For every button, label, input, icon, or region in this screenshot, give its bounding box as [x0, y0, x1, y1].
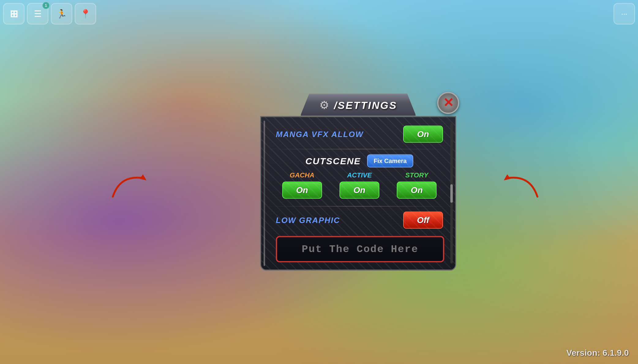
close-button[interactable]: ✕	[437, 92, 459, 114]
right-arrow-annotation	[494, 165, 549, 203]
title-tab: ⚙ /SETTINGS	[300, 94, 416, 117]
active-toggle[interactable]: On	[340, 182, 379, 199]
gacha-toggle[interactable]: On	[282, 182, 322, 199]
gacha-label: GACHA	[290, 171, 314, 179]
story-toggle[interactable]: On	[397, 182, 437, 199]
left-arrow-annotation	[101, 165, 156, 203]
manga-vfx-row: MANGA VFX ALLOW On	[267, 122, 449, 147]
close-icon: ✕	[443, 96, 454, 109]
cutscene-section: CUTSCENE Fix Camera GACHA On ACTIVE On S…	[267, 151, 449, 204]
cutscene-buttons: GACHA On ACTIVE On STORY On	[276, 171, 443, 199]
version-text: Version: 6.1.9.0	[566, 348, 629, 358]
low-graphic-toggle[interactable]: Off	[403, 212, 443, 229]
low-graphic-row: LOW GRAPHIC Off	[267, 208, 449, 232]
top-bar: ⊞ ☰ 1 🏃 📍	[3, 3, 96, 24]
active-label: ACTIVE	[347, 171, 372, 179]
fix-camera-button[interactable]: Fix Camera	[367, 154, 414, 168]
story-label: STORY	[405, 171, 428, 179]
manga-vfx-label: MANGA VFX ALLOW	[276, 129, 364, 139]
panel-title: /SETTINGS	[334, 99, 397, 111]
settings-panel: ⚙ /SETTINGS ✕ MANGA VFX ALLOW On CUTSCEN…	[260, 94, 456, 271]
scrollbar-thumb	[450, 184, 453, 202]
cutscene-title: CUTSCENE	[306, 156, 361, 166]
story-col: STORY On	[391, 171, 443, 199]
manga-vfx-toggle[interactable]: On	[403, 126, 443, 143]
low-graphic-label: LOW GRAPHIC	[276, 215, 340, 225]
cutscene-header: CUTSCENE Fix Camera	[276, 154, 443, 168]
code-input-wrapper	[276, 236, 444, 262]
panel-body: MANGA VFX ALLOW On CUTSCENE Fix Camera G…	[260, 116, 456, 271]
divider-1	[267, 149, 449, 150]
code-input[interactable]	[276, 236, 444, 262]
roblox-logo-icon[interactable]: ⊞	[3, 3, 24, 24]
scrollbar[interactable]	[450, 123, 453, 264]
active-col: ACTIVE On	[333, 171, 385, 199]
divider-2	[267, 206, 449, 207]
menu-icon[interactable]: ···	[614, 3, 635, 24]
gacha-col: GACHA On	[276, 171, 328, 199]
gear-icon: ⚙	[319, 99, 329, 112]
notification-badge: 1	[43, 2, 49, 9]
location-icon[interactable]: 📍	[75, 3, 96, 24]
title-bar: ⚙ /SETTINGS ✕	[260, 94, 456, 117]
character-icon[interactable]: 🏃	[51, 3, 72, 24]
notifications-icon[interactable]: ☰ 1	[27, 3, 48, 24]
